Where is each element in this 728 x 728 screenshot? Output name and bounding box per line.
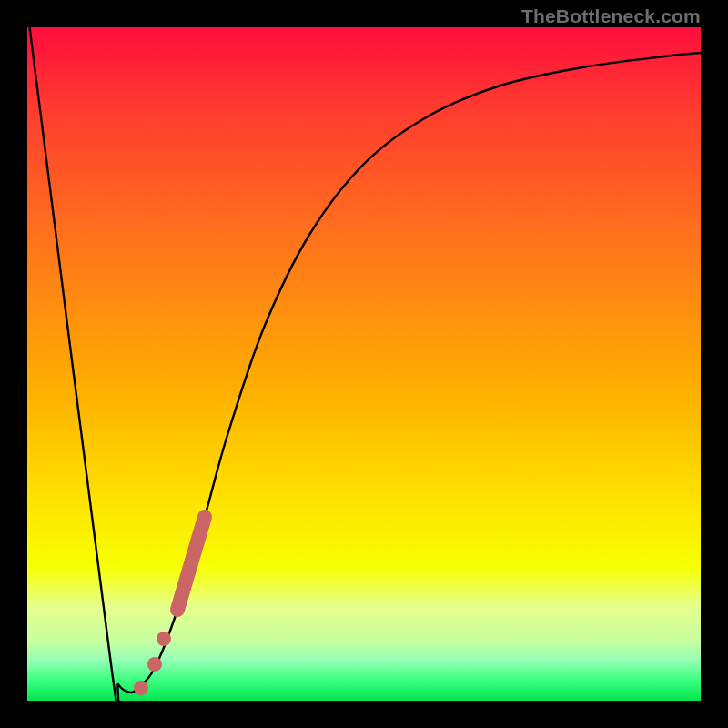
plot-area [27, 27, 701, 701]
marker-dot-0 [157, 632, 171, 646]
curve-svg [27, 27, 701, 701]
curve-path [27, 27, 701, 701]
marker-dot-1 [147, 657, 162, 672]
chart-frame: TheBottleneck.com [0, 0, 728, 728]
marker-dot-2 [134, 681, 148, 695]
watermark-label: TheBottleneck.com [521, 5, 701, 27]
highlight-segment [177, 517, 205, 610]
